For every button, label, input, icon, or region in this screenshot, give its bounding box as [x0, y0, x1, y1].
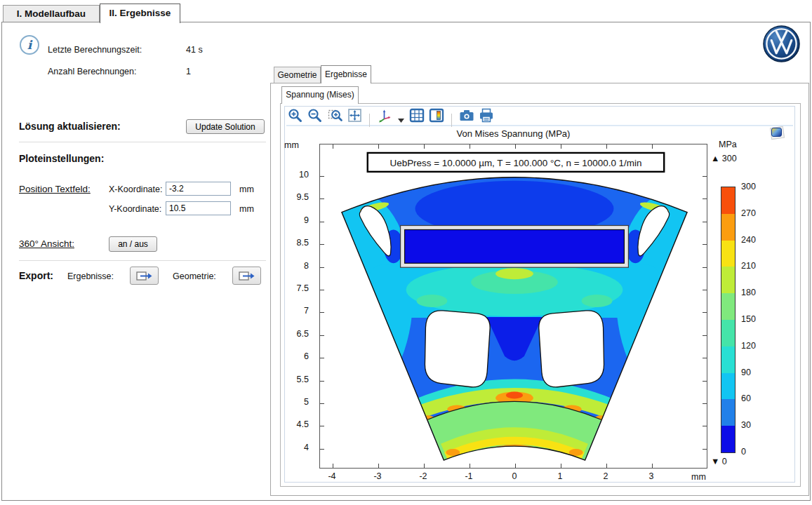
view-360-label: 360° Ansicht: [19, 238, 74, 249]
colorbar-tick-label: 300 [741, 182, 756, 191]
colorbar-labels: 3002702402101801501209060300 [741, 187, 769, 453]
colorbar [721, 187, 736, 453]
app-window: I. Modellaufbau II. Ergebnisse i Letzte … [0, 0, 812, 505]
colorbar-tick-label: 0 [741, 447, 746, 457]
y-tick-label: 7 [283, 306, 314, 316]
colorbar-segment [721, 214, 735, 241]
update-solution-button[interactable]: Update Solution [186, 119, 265, 134]
subtab-geometrie[interactable]: Geometrie [274, 67, 321, 83]
colorbar-segment [721, 399, 735, 426]
zoom-out-icon[interactable] [306, 107, 324, 124]
y-tick-mark [320, 358, 324, 358]
export-icon [136, 271, 153, 281]
y-tick-label: 8.5 [283, 238, 314, 248]
colorbar-segment [721, 293, 735, 320]
y-tick-mark [320, 403, 324, 404]
view-orientation-dropdown-icon[interactable] [396, 112, 406, 130]
plot-button-icon[interactable] [770, 126, 785, 140]
colorbar-tick-label: 210 [741, 261, 756, 271]
y-tick-mark [703, 312, 707, 313]
zoom-in-icon[interactable] [286, 107, 304, 124]
x-tick-mark [515, 144, 516, 149]
colorbar-unit: MPa [719, 140, 747, 149]
export-geometry-button[interactable] [232, 267, 261, 285]
plot-frame[interactable]: UebPress = 10.0000 µm, T = 100.000 °C, n… [319, 144, 707, 469]
x-coordinate-input[interactable] [166, 182, 231, 196]
x-coordinate-label: X-Koordinate: [109, 184, 162, 194]
stress-contour-plot: UebPress = 10.0000 µm, T = 100.000 °C, n… [320, 144, 707, 468]
y-tick-label: 10 [283, 170, 314, 180]
y-tick-label: 5.5 [283, 375, 314, 384]
y-tick-mark [320, 222, 324, 222]
x-coordinate-unit: mm [239, 184, 254, 194]
magnet-slot-highlighted[interactable] [401, 225, 629, 267]
tab-modellaufbau[interactable]: I. Modellaufbau [3, 5, 100, 22]
svg-text:i: i [27, 38, 33, 52]
y-axis-tick-labels: 109.598.587.576.565.554.54 [283, 144, 314, 469]
colorbar-max-marker: ▲ 300 [711, 154, 737, 163]
y-coordinate-unit: mm [239, 204, 254, 214]
colorbar-segment [721, 346, 735, 373]
update-solution-heading: Lösung aktualisieren: [19, 121, 121, 132]
view-orientation-icon[interactable] [376, 107, 394, 124]
y-tick-label: 9 [283, 215, 314, 225]
tab-ergebnisse-label: II. Ergebnisse [109, 8, 171, 18]
grid-icon[interactable] [408, 107, 425, 124]
x-tick-mark [561, 464, 561, 468]
tab-ergebnisse[interactable]: II. Ergebnisse [100, 4, 180, 23]
snapshot-icon[interactable] [458, 107, 475, 124]
y-tick-label: 6 [283, 351, 314, 361]
y-tick-mark [320, 381, 324, 382]
export-icon [239, 271, 255, 281]
x-axis-tick-labels: -4-3-2-10123 [319, 471, 707, 483]
y-tick-mark [703, 426, 707, 426]
zoom-extents-icon[interactable] [346, 107, 364, 124]
colorbar-tick-label: 60 [741, 393, 751, 403]
x-tick-mark [333, 464, 333, 468]
y-tick-mark [320, 449, 324, 450]
colorbar-segment [721, 187, 735, 214]
colorbar-tick-label: 240 [741, 235, 756, 245]
tab-modellaufbau-label: I. Modellaufbau [17, 8, 86, 19]
y-tick-mark [703, 335, 707, 336]
colorbar-segment [721, 241, 735, 267]
y-tick-mark [703, 381, 707, 382]
computation-count-value: 1 [186, 67, 191, 76]
plot-annotation-box: UebPress = 10.0000 µm, T = 100.000 °C, n… [368, 153, 664, 172]
x-tick-label: 3 [639, 471, 663, 481]
x-tick-mark [424, 464, 425, 468]
colorbar-tick-label: 180 [741, 288, 756, 297]
x-tick-label: -2 [411, 471, 435, 481]
y-coordinate-input[interactable] [166, 201, 231, 215]
x-tick-mark [515, 464, 516, 468]
print-icon[interactable] [478, 107, 495, 124]
y-tick-label: 9.5 [283, 192, 314, 202]
zoom-box-icon[interactable] [326, 107, 344, 124]
view-360-toggle-button[interactable]: an / aus [109, 236, 157, 252]
plot-tab-spannung-mises[interactable]: Spannung (Mises) [281, 86, 359, 104]
y-tick-label: 7.5 [283, 283, 314, 293]
x-tick-label: -1 [457, 471, 481, 481]
y-tick-mark [320, 426, 324, 426]
plot-title: Von Mises Spannung (MPa) [319, 128, 707, 139]
y-tick-label: 8 [283, 261, 314, 271]
plot-settings-heading: Ploteinstellungen: [19, 153, 104, 164]
y-tick-mark [703, 198, 707, 199]
y-tick-mark [703, 290, 707, 290]
info-icon: i [19, 34, 41, 57]
subtab-geometrie-label: Geometrie [277, 70, 317, 80]
color-legend-icon[interactable] [428, 107, 446, 124]
export-results-button[interactable] [130, 267, 159, 285]
subtab-ergebnisse[interactable]: Ergebnisse [321, 65, 371, 83]
y-coordinate-label: Y-Koordinate: [109, 204, 161, 214]
x-tick-mark [470, 464, 470, 468]
last-computation-label: Letzte Berechnungszeit: [48, 45, 142, 55]
x-tick-mark [424, 144, 425, 149]
colorbar-tick-label: 30 [741, 420, 751, 430]
computation-count-label: Anzahl Berechnungen: [48, 67, 136, 76]
y-tick-mark [703, 358, 707, 358]
y-tick-label: 6.5 [283, 329, 314, 339]
colorbar-segment [721, 426, 735, 452]
x-tick-mark [652, 144, 653, 149]
x-tick-label: 2 [594, 471, 618, 481]
